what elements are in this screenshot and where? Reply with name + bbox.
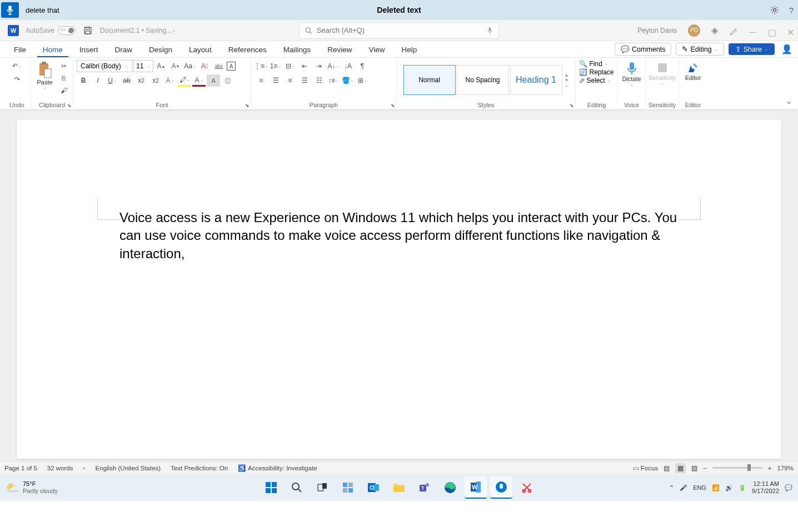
account-manager-icon[interactable]: 👤 <box>781 44 792 54</box>
font-color-button[interactable]: A⌄ <box>192 74 206 87</box>
italic-button[interactable]: I <box>91 74 104 87</box>
subscript-button[interactable]: x2 <box>134 74 148 87</box>
char-border-button[interactable]: A <box>227 62 236 71</box>
sensitivity-button[interactable]: Sensitivity⌄ <box>645 60 680 87</box>
voice-settings-icon[interactable] <box>770 6 779 14</box>
tab-draw[interactable]: Draw <box>109 43 138 57</box>
underline-button[interactable]: U⌄ <box>106 74 119 87</box>
web-layout-button[interactable]: ▧ <box>691 464 697 472</box>
show-hidden-icons[interactable]: ⌃ <box>669 484 674 491</box>
borders-button[interactable]: ⊞⌄ <box>356 74 369 87</box>
tab-help[interactable]: Help <box>396 43 423 57</box>
shrink-font-button[interactable]: A▼ <box>169 60 182 72</box>
word-taskbar-button[interactable]: W <box>465 476 487 499</box>
autosave-toggle[interactable]: AutoSave On <box>26 26 76 35</box>
notifications-tray-icon[interactable]: 💬 <box>785 484 792 491</box>
text-predictions-status[interactable]: Text Predictions: On <box>171 465 228 471</box>
editor-button[interactable]: Editor <box>682 60 705 82</box>
find-button[interactable]: 🔍Find⌄ <box>579 60 607 68</box>
clipboard-launcher[interactable]: ⬊ <box>67 103 72 108</box>
minimize-button[interactable]: ─ <box>749 27 756 34</box>
edge-button[interactable] <box>439 476 461 499</box>
ribbon-collapse-button[interactable]: ⌄ <box>785 96 792 106</box>
volume-tray-icon[interactable]: 🔊 <box>725 484 733 491</box>
shading-button[interactable]: 🪣⌄ <box>341 74 355 87</box>
document-page[interactable]: Voice access is a new Experience on Wind… <box>17 120 781 459</box>
language-status[interactable]: English (United States) <box>96 465 161 471</box>
styles-scroll-down[interactable]: ▼ <box>565 78 569 83</box>
cut-button[interactable]: ✂ <box>57 60 71 72</box>
tab-view[interactable]: View <box>363 43 390 57</box>
increase-indent-button[interactable]: ⇥ <box>312 60 326 72</box>
clear-formatting-button[interactable]: A⃠ <box>198 60 211 72</box>
document-body-text[interactable]: Voice access is a new Experience on Wind… <box>119 209 679 263</box>
select-button[interactable]: ⬀Select⌄ <box>579 77 610 84</box>
focus-mode-button[interactable]: ▭ Focus <box>633 464 659 472</box>
bullets-button[interactable]: ⋮≡⌄ <box>255 60 268 72</box>
align-left-button[interactable]: ≡ <box>255 74 268 87</box>
diamond-icon[interactable]: ◈ <box>711 25 718 36</box>
font-name-combo[interactable]: Calibri (Body)⌄ <box>77 60 132 72</box>
user-avatar[interactable]: PD <box>688 24 700 37</box>
styles-launcher[interactable]: ⬊ <box>570 103 574 108</box>
widgets-button[interactable] <box>337 476 359 499</box>
tab-insert[interactable]: Insert <box>74 43 104 57</box>
battery-tray-icon[interactable]: 🔋 <box>739 484 746 491</box>
char-shading-button[interactable]: A <box>207 74 220 87</box>
tab-home[interactable]: Home <box>37 43 68 57</box>
lang-indicator[interactable]: ENG <box>693 484 706 491</box>
voice-access-taskbar-button[interactable] <box>490 476 512 499</box>
save-icon[interactable] <box>83 26 92 35</box>
tab-file[interactable]: File <box>8 43 32 57</box>
editing-mode-button[interactable]: ✎ Editing ⌄ <box>676 43 724 56</box>
read-mode-button[interactable]: ▤ <box>664 464 670 472</box>
voice-mic-button[interactable] <box>1 2 19 18</box>
search-taskbar-button[interactable] <box>286 476 308 499</box>
pen-toggle-icon[interactable] <box>729 26 738 35</box>
document-name[interactable]: Document2.1 • Saving... <box>100 27 172 34</box>
mic-input-icon[interactable] <box>487 27 493 34</box>
wifi-tray-icon[interactable]: 📶 <box>712 484 720 491</box>
weather-icon[interactable]: ⛅ <box>6 481 19 494</box>
phonetic-guide-button[interactable]: abc <box>212 60 226 72</box>
styles-expand[interactable]: ⌄ <box>565 83 569 88</box>
sort-az-button[interactable]: ↓A <box>341 60 355 72</box>
tab-layout[interactable]: Layout <box>183 43 217 57</box>
tab-design[interactable]: Design <box>143 43 178 57</box>
align-center-button[interactable]: ☰ <box>269 74 282 87</box>
show-hide-button[interactable]: ¶ <box>356 60 369 72</box>
accessibility-status[interactable]: ♿ Accessibility: Investigate <box>238 464 317 472</box>
tab-review[interactable]: Review <box>322 43 357 57</box>
zoom-out-button[interactable]: − <box>703 465 707 471</box>
spellcheck-icon[interactable]: ▫ <box>83 465 86 471</box>
redo-button[interactable]: ↷ <box>11 73 24 86</box>
line-spacing-button[interactable]: ↕≡⌄ <box>327 74 340 87</box>
close-button[interactable]: ✕ <box>787 27 794 34</box>
paste-button[interactable]: Paste⌄ <box>33 60 56 91</box>
font-size-combo[interactable]: 11⌄ <box>133 60 153 72</box>
style-heading-1[interactable]: Heading 1 <box>510 65 562 95</box>
mic-tray-icon[interactable]: 🎤 <box>680 484 687 491</box>
grow-font-button[interactable]: A▲ <box>154 60 168 72</box>
doc-name-caret[interactable]: ⌄ <box>172 28 176 33</box>
search-bar[interactable] <box>299 22 499 39</box>
change-case-button[interactable]: Aa⌄ <box>183 60 197 72</box>
task-view-button[interactable] <box>311 476 333 499</box>
file-explorer-button[interactable] <box>388 476 410 499</box>
highlight-button[interactable]: 🖍⌄ <box>178 74 191 87</box>
style-no-spacing[interactable]: No Spacing <box>457 65 509 95</box>
snipping-tool-button[interactable] <box>516 476 538 499</box>
paragraph-launcher[interactable]: ⬊ <box>391 103 395 108</box>
comments-button[interactable]: 💬 Comments <box>615 43 671 56</box>
undo-button[interactable]: ↶⌄ <box>11 60 24 72</box>
start-button[interactable] <box>260 476 282 499</box>
maximize-button[interactable]: ▢ <box>768 27 775 34</box>
sort-button[interactable]: A↓⌄ <box>327 60 340 72</box>
voice-help-icon[interactable]: ? <box>789 6 794 15</box>
multilevel-button[interactable]: ⊟⌄ <box>283 60 297 72</box>
outlook-button[interactable]: O <box>362 476 385 499</box>
superscript-button[interactable]: x2 <box>149 74 162 87</box>
replace-button[interactable]: 🔄Replace <box>579 68 614 76</box>
format-painter-button[interactable]: 🖌 <box>57 84 71 97</box>
justify-button[interactable]: ☰ <box>298 74 311 87</box>
